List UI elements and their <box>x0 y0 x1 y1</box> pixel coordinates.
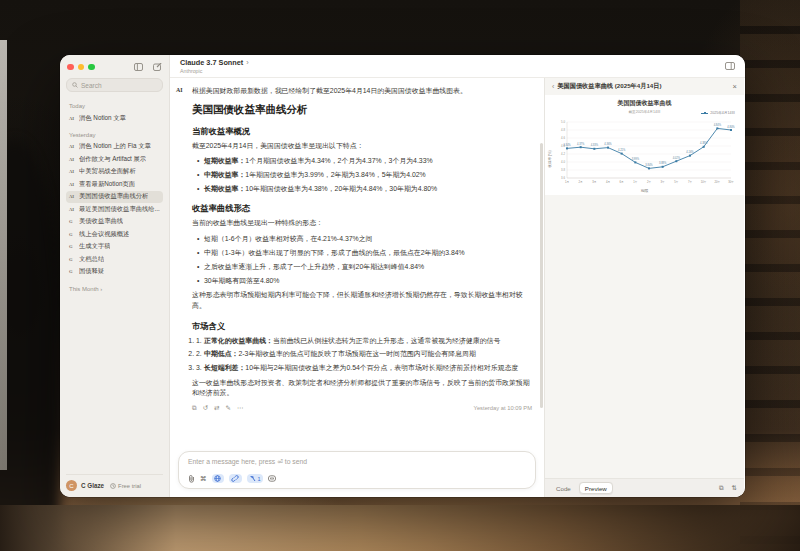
sidebar-item[interactable]: G 美债收益率曲线 <box>66 216 163 229</box>
gemini-chat-icon: G <box>69 232 76 237</box>
main-area: Claude 3.7 Sonnet › Anthropic AI 根据美国财政部… <box>170 55 745 497</box>
svg-text:3.84%: 3.84% <box>645 163 653 167</box>
sidebar: Search Today AI 润色 Notion 文章 Yesterday A… <box>60 55 170 497</box>
artifact-body <box>545 195 744 479</box>
message-composer[interactable]: Enter a message here, press ⏎ to send ⌘ <box>178 451 536 489</box>
globe-icon <box>214 475 221 482</box>
chat-header: Claude 3.7 Sonnet › Anthropic <box>170 55 745 78</box>
section-label-this-month[interactable]: This Month › <box>69 286 160 292</box>
org-label: Anthropic <box>180 68 249 74</box>
yield-curve-chart: 美国国债收益率曲线 截至2025年4月14日 2025年4月14日 收益率 (%… <box>545 95 744 195</box>
message-intro: 根据美国财政部最新数据，我已经绘制了截至2025年4月14日的美国国债收益率曲线… <box>192 86 532 97</box>
svg-text:4.36%: 4.36% <box>604 142 612 146</box>
svg-text:2月: 2月 <box>579 179 583 183</box>
retry-icon[interactable]: ↺ <box>203 404 208 412</box>
sidebar-item[interactable]: G 线上会议视频概述 <box>66 228 163 241</box>
chat-messages[interactable]: AI 根据美国财政部最新数据，我已经绘制了截至2025年4月14日的美国国债收益… <box>170 78 544 447</box>
minimize-window-button[interactable] <box>78 64 85 71</box>
sidebar-toggle-icon[interactable] <box>134 63 143 71</box>
list-item: 中期收益率：1年期国债收益率为3.99%，2年期为3.84%，5年期为4.02% <box>196 170 532 180</box>
hammer-icon <box>249 475 256 482</box>
artifact-footer: Code Preview ⧉ ⇅ <box>545 478 744 497</box>
sidebar-item[interactable]: AI 中美贸易战全面解析 <box>66 166 163 179</box>
svg-text:1月: 1月 <box>565 179 569 183</box>
chart-legend: 2025年4月14日 <box>701 111 735 115</box>
search-placeholder: Search <box>81 82 102 89</box>
back-chevron-icon[interactable]: ‹ <box>552 83 554 90</box>
copy-artifact-icon[interactable]: ⧉ <box>719 484 724 492</box>
search-icon <box>72 82 78 88</box>
composer-toolbar: ⌘ 1 <box>188 474 526 483</box>
section-heading: 收益率曲线形态 <box>192 203 532 214</box>
sidebar-item[interactable]: AI 润色 Notion 文章 <box>66 112 163 125</box>
model-selector[interactable]: Claude 3.7 Sonnet › <box>180 58 249 67</box>
artifact-title: 美国国债收益率曲线 (2025年4月14日) <box>557 82 729 91</box>
more-icon[interactable]: ⋯ <box>237 404 244 412</box>
svg-text:10年: 10年 <box>701 179 707 183</box>
close-icon[interactable]: × <box>733 82 737 91</box>
svg-text:4.84%: 4.84% <box>714 123 722 127</box>
list-item: 中期（1-3年）收益率出现了明显的下降，形成了曲线的低点，最低点在2年期的3.8… <box>196 248 532 258</box>
edit-icon[interactable]: ✎ <box>226 404 231 412</box>
expand-icon[interactable]: ⇅ <box>732 484 737 492</box>
gemini-chat-icon: G <box>69 244 76 249</box>
sidebar-item-selected[interactable]: AI 美国国债收益率曲线分析 <box>66 191 163 204</box>
tab-code[interactable]: Code <box>552 483 575 494</box>
claude-app-window: Search Today AI 润色 Notion 文章 Yesterday A… <box>60 55 745 497</box>
zoom-window-button[interactable] <box>88 64 95 71</box>
svg-text:4.2: 4.2 <box>561 152 565 156</box>
svg-text:7年: 7年 <box>688 179 692 183</box>
account-name: C Glaze <box>81 482 104 489</box>
integrations-toggle[interactable] <box>229 474 242 483</box>
chat-scrollbar[interactable] <box>540 143 543 408</box>
tab-preview[interactable]: Preview <box>579 482 613 494</box>
chevron-right-icon: › <box>246 58 248 67</box>
svg-text:3月: 3月 <box>592 179 596 183</box>
legend-line-marker <box>701 113 708 114</box>
voice-input-icon[interactable] <box>268 475 276 482</box>
list-item: 短期收益率：1个月期国债收益率为4.34%，2个月为4.37%，3个月为4.33… <box>196 156 532 166</box>
gemini-chat-icon: G <box>69 269 76 274</box>
window-controls <box>67 63 162 71</box>
svg-text:3.88%: 3.88% <box>659 161 667 165</box>
assistant-message: 根据美国财政部最新数据，我已经绘制了截至2025年4月14日的美国国债收益率曲线… <box>192 86 532 412</box>
close-window-button[interactable] <box>67 64 74 71</box>
share-icon[interactable]: ⇄ <box>214 404 219 412</box>
artifact-panel-toggle-icon[interactable] <box>725 62 735 70</box>
copy-icon[interactable]: ⧉ <box>192 404 197 412</box>
svg-text:1年: 1年 <box>633 179 637 183</box>
artifact-panel: ‹ 美国国债收益率曲线 (2025年4月14日) × 美国国债收益率曲线 截至2… <box>544 78 744 497</box>
svg-text:4月: 4月 <box>606 179 610 183</box>
svg-text:4.02%: 4.02% <box>673 155 681 159</box>
attachment-icon[interactable] <box>188 475 195 483</box>
claude-chat-icon: AI <box>69 182 76 187</box>
bullet-list: 短期收益率：1个月期国债收益率为4.34%，2个月为4.37%，3个月为4.33… <box>196 156 532 194</box>
svg-text:4.0: 4.0 <box>561 160 565 164</box>
new-chat-icon[interactable] <box>153 63 162 71</box>
sidebar-item[interactable]: G 国债释疑 <box>66 266 163 279</box>
gemini-chat-icon: G <box>69 257 76 262</box>
svg-text:3.6: 3.6 <box>561 176 565 180</box>
svg-text:6月: 6月 <box>620 179 624 183</box>
sidebar-item[interactable]: AI 查看最新Notion页面 <box>66 178 163 191</box>
claude-chat-icon: AI <box>69 157 76 162</box>
link-icon <box>231 475 239 482</box>
account-row[interactable]: C C Glaze Free trial <box>66 474 163 491</box>
background-shelf <box>740 0 800 551</box>
command-icon[interactable]: ⌘ <box>200 475 207 483</box>
web-search-toggle[interactable] <box>212 474 224 483</box>
sidebar-item[interactable]: AI 润色 Notion 上的 Fia 文章 <box>66 141 163 154</box>
sidebar-item[interactable]: AI 最近美国国债收益率曲线给... <box>66 203 163 216</box>
section-heading: 市场含义 <box>192 321 532 332</box>
x-axis-label: 期限 <box>545 188 744 193</box>
bullet-list: 短期（1-6个月）收益率相对较高，在4.21%-4.37%之间 中期（1-3年）… <box>196 234 532 286</box>
message-timestamp: Yesterday at 10:09 PM <box>474 405 532 411</box>
svg-text:4.8: 4.8 <box>561 128 565 132</box>
svg-text:20年: 20年 <box>714 179 720 183</box>
sidebar-item[interactable]: AI 创作散文与 Artifact 展示 <box>66 153 163 166</box>
search-input[interactable]: Search <box>66 78 163 92</box>
tools-toggle[interactable]: 1 <box>247 474 264 483</box>
sidebar-item[interactable]: G 生成文字稿 <box>66 241 163 254</box>
svg-text:30年: 30年 <box>728 179 734 183</box>
sidebar-item[interactable]: G 文档总结 <box>66 253 163 266</box>
